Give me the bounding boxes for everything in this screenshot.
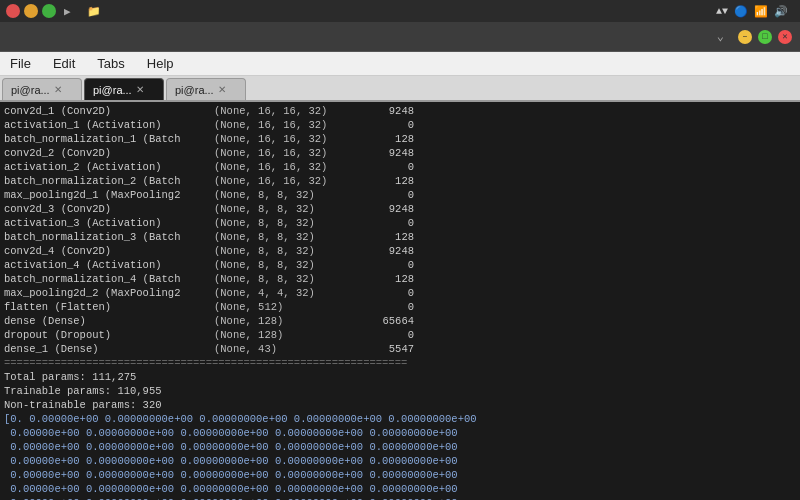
maximize-button[interactable]: □	[758, 30, 772, 44]
window-controls: ⌄ – □ ✕	[717, 29, 792, 44]
term-line-3: conv2d_2 (Conv2D)(None, 16, 16, 32)9248	[0, 146, 800, 160]
close-button[interactable]: ✕	[778, 30, 792, 44]
term-line-16: dropout (Dropout)(None, 128)0	[0, 328, 800, 342]
term-line-4: activation_2 (Activation)(None, 16, 16, …	[0, 160, 800, 174]
term-line-7: conv2d_3 (Conv2D)(None, 8, 8, 32)9248	[0, 202, 800, 216]
sys-dot-yellow	[24, 4, 38, 18]
term-line-24: 0.00000e+00 0.00000000e+00 0.00000000e+0…	[0, 426, 800, 440]
tab-close-1[interactable]: ✕	[136, 84, 144, 95]
menu-bar: File Edit Tabs Help	[0, 52, 800, 76]
term-line-8: activation_3 (Activation)(None, 8, 8, 32…	[0, 216, 800, 230]
bluetooth-icon: 🔵	[734, 5, 748, 18]
term-line-6: max_pooling2d_1 (MaxPooling2(None, 8, 8,…	[0, 188, 800, 202]
chevron-down-icon[interactable]: ⌄	[717, 29, 724, 44]
term-line-10: conv2d_4 (Conv2D)(None, 8, 8, 32)9248	[0, 244, 800, 258]
term-line-18: ========================================…	[0, 356, 800, 370]
term-line-28: 0.00000e+00 0.00000000e+00 0.00000000e+0…	[0, 482, 800, 496]
term-line-12: batch_normalization_4 (Batch(None, 8, 8,…	[0, 272, 800, 286]
term-line-17: dense_1 (Dense)(None, 43)5547	[0, 342, 800, 356]
folder-icon: 📁	[87, 5, 101, 18]
term-line-5: batch_normalization_2 (Batch(None, 16, 1…	[0, 174, 800, 188]
tab-close-0[interactable]: ✕	[54, 84, 62, 95]
term-line-21: Non-trainable params: 320	[0, 398, 800, 412]
speaker-icon: 🔊	[774, 5, 788, 18]
sys-dot-red	[6, 4, 20, 18]
term-line-20: Trainable params: 110,955	[0, 384, 800, 398]
term-line-11: activation_4 (Activation)(None, 8, 8, 32…	[0, 258, 800, 272]
term-line-0: conv2d_1 (Conv2D)(None, 16, 16, 32)9248	[0, 104, 800, 118]
title-bar: ⌄ – □ ✕	[0, 22, 800, 52]
up-down-icon: ▲▼	[716, 6, 728, 17]
tab-1[interactable]: pi@ra...✕	[84, 78, 164, 100]
tab-2[interactable]: pi@ra...✕	[166, 78, 246, 100]
minimize-button[interactable]: –	[738, 30, 752, 44]
system-bar: ▶ 📁 ▲▼ 🔵 📶 🔊	[0, 0, 800, 22]
tab-close-2[interactable]: ✕	[218, 84, 226, 95]
term-line-25: 0.00000e+00 0.00000000e+00 0.00000000e+0…	[0, 440, 800, 454]
menu-tabs[interactable]: Tabs	[93, 54, 128, 73]
term-line-26: 0.00000e+00 0.00000000e+00 0.00000000e+0…	[0, 454, 800, 468]
system-bar-left: ▶ 📁	[6, 4, 141, 18]
term-line-15: dense (Dense)(None, 128)65664	[0, 314, 800, 328]
menu-help[interactable]: Help	[143, 54, 178, 73]
term-line-9: batch_normalization_3 (Batch(None, 8, 8,…	[0, 230, 800, 244]
terminal-icon: ▶	[64, 5, 71, 18]
menu-file[interactable]: File	[6, 54, 35, 73]
term-line-14: flatten (Flatten)(None, 512)0	[0, 300, 800, 314]
term-line-23: [0. 0.00000e+00 0.00000000e+00 0.0000000…	[0, 412, 800, 426]
tab-label-1: pi@ra...	[93, 84, 132, 96]
term-line-27: 0.00000e+00 0.00000000e+00 0.00000000e+0…	[0, 468, 800, 482]
tab-label-2: pi@ra...	[175, 84, 214, 96]
term-line-19: Total params: 111,275	[0, 370, 800, 384]
system-bar-right: ▲▼ 🔵 📶 🔊	[716, 5, 794, 18]
term-line-29: 0.00000e+00 0.00000000e+00 0.00000000e+0…	[0, 496, 800, 500]
term-line-13: max_pooling2d_2 (MaxPooling2(None, 4, 4,…	[0, 286, 800, 300]
tab-label-0: pi@ra...	[11, 84, 50, 96]
term-line-1: activation_1 (Activation)(None, 16, 16, …	[0, 118, 800, 132]
wifi-icon: 📶	[754, 5, 768, 18]
sys-dot-green	[42, 4, 56, 18]
tab-bar: pi@ra...✕pi@ra...✕pi@ra...✕	[0, 76, 800, 102]
terminal[interactable]: conv2d_1 (Conv2D)(None, 16, 16, 32)9248a…	[0, 102, 800, 500]
term-line-2: batch_normalization_1 (Batch(None, 16, 1…	[0, 132, 800, 146]
menu-edit[interactable]: Edit	[49, 54, 79, 73]
tab-0[interactable]: pi@ra...✕	[2, 78, 82, 100]
